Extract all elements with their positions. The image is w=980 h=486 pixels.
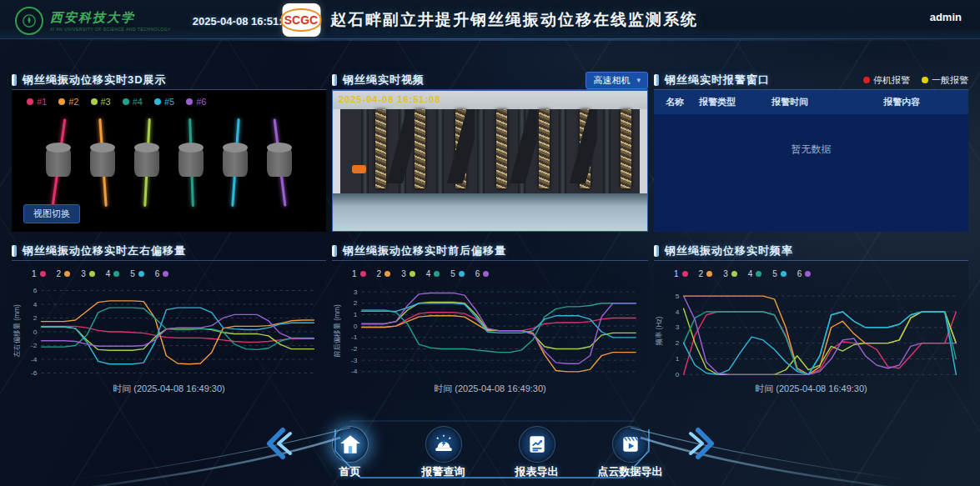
nav-item-alarm-query[interactable]: 报警查询: [408, 426, 480, 479]
legend-dot-icon: [682, 271, 688, 277]
nav-next-button[interactable]: [688, 426, 716, 461]
panel-chart-freq-title: 钢丝绳振动位移实时频率: [665, 243, 793, 258]
wire-rope-graphic: [375, 109, 386, 188]
svg-text:-2: -2: [31, 342, 38, 349]
chart-freq-legend: 123456: [654, 261, 968, 280]
3d-legend: #1#2#3#4#5#6: [12, 90, 326, 107]
svg-text:-2: -2: [351, 345, 358, 353]
header-datetime: 2025-04-08 16:51:08: [193, 15, 294, 28]
guide-rail-graphic: [361, 109, 369, 193]
legend-dot-icon: [89, 271, 95, 277]
alarm-legend: 停机报警一般报警: [863, 74, 968, 87]
video-timestamp-overlay: 2025-04-08 16:51:08: [339, 94, 440, 104]
alarm-table-header: 名称 报警类型 报警时间 报警内容: [654, 90, 968, 114]
legend-label: 1: [674, 269, 679, 278]
rope-3d-item: [42, 118, 75, 210]
guide-cylinder-graphic: [267, 147, 292, 177]
nav-prev-button[interactable]: [264, 426, 293, 461]
nav-item-report-export[interactable]: 报表导出: [501, 426, 573, 479]
guide-cylinder-graphic: [46, 147, 71, 177]
nav-label-alarm-query: 报警查询: [422, 464, 465, 479]
panel-chart-fb-offset: 钢丝绳振动位移实时前后偏移量 123456 3210-1-2-3-4前后偏移量 …: [332, 242, 648, 400]
legend-label: 3: [81, 269, 86, 278]
wire-rope-graphic: [496, 109, 507, 188]
nav-row: 首页 报警查询: [264, 426, 716, 479]
university-logo-icon: [15, 7, 43, 35]
chart-fb-xlabel: 时间 (2025-04-08 16:49:30): [332, 382, 648, 400]
legend-dot-icon: [731, 271, 737, 277]
legend-label: 2: [699, 269, 704, 278]
panel-chart-freq-header: 钢丝绳振动位移实时频率: [654, 242, 968, 261]
svg-text:-4: -4: [351, 368, 358, 376]
panel-3d-header: 钢丝绳振动位移实时3D展示: [12, 71, 326, 90]
video-machinery-band: [333, 109, 647, 193]
legend-label: 2: [57, 269, 62, 278]
scgc-logo-text: SCGC: [281, 8, 321, 32]
wire-rope-graphic: [539, 109, 550, 188]
svg-text:4: 4: [33, 301, 38, 308]
legend-label: #1: [37, 97, 47, 107]
legend-dot-icon: [138, 271, 144, 277]
legend-dot-icon: [40, 271, 46, 277]
legend-label: #2: [68, 97, 78, 107]
svg-text:0: 0: [33, 328, 38, 336]
video-floor-band: [333, 193, 647, 231]
legend-item: 5: [772, 269, 787, 278]
rope-3d-item: [130, 118, 163, 210]
header-left: 西安科技大学 XI'AN UNIVERSITY OF SCIENCE AND T…: [15, 7, 294, 35]
legend-dot-icon: [186, 98, 193, 105]
panel-video-title: 钢丝绳实时视频: [343, 73, 425, 88]
legend-item: #2: [58, 97, 78, 107]
alarm-table: 名称 报警类型 报警时间 报警内容 暂无数据: [654, 90, 968, 232]
legend-item: 3: [723, 269, 737, 278]
header-center: SCGC 赵石畔副立井提升钢丝绳振动位移在线监测系统: [282, 3, 698, 37]
camera-select[interactable]: 高速相机 ▾: [585, 72, 648, 89]
3d-viewport[interactable]: #1#2#3#4#5#6 视图切换: [12, 90, 326, 232]
user-label[interactable]: admin: [930, 11, 962, 23]
guide-rail-graphic: [603, 109, 611, 193]
scgc-logo-icon: SCGC: [282, 3, 320, 37]
legend-dot-icon: [360, 271, 366, 277]
panel-chart-frequency: 钢丝绳振动位移实时频率 123456 543210频率 (Hz) 时间 (202…: [654, 242, 968, 400]
svg-text:3: 3: [676, 324, 680, 332]
nav-item-pointcloud-export[interactable]: 点云数据导出: [595, 426, 666, 479]
legend-dot-icon: [58, 98, 65, 105]
rope-3d-item: [174, 118, 208, 210]
panel-3d-display: 钢丝绳振动位移实时3D展示 #1#2#3#4#5#6 视图切换: [12, 71, 326, 232]
svg-text:3: 3: [354, 288, 358, 296]
page-title: 赵石畔副立井提升钢丝绳振动位移在线监测系统: [330, 9, 698, 31]
legend-item: 3: [81, 269, 95, 278]
legend-item: #1: [27, 97, 47, 107]
orange-sensor-graphic: [352, 165, 366, 173]
legend-label: 5: [772, 269, 777, 278]
alarm-empty-state: 暂无数据: [654, 143, 968, 157]
footer-nav: 首页 报警查询: [0, 401, 980, 486]
view-switch-button[interactable]: 视图切换: [23, 204, 80, 223]
legend-label: 6: [155, 269, 160, 278]
legend-label: 3: [723, 269, 728, 278]
chart-fb-body: 123456 3210-1-2-3-4前后偏移量 (mm) 时间 (2025-0…: [332, 261, 648, 400]
guide-rail-graphic: [477, 109, 485, 193]
nav-item-home[interactable]: 首页: [314, 426, 386, 479]
dashboard: 西安科技大学 XI'AN UNIVERSITY OF SCIENCE AND T…: [0, 0, 980, 486]
svg-text:-6: -6: [31, 369, 38, 377]
legend-item: 1: [352, 269, 366, 278]
svg-text:5: 5: [676, 293, 680, 300]
legend-item: 停机报警: [863, 74, 910, 87]
panel-marker-icon: [12, 245, 17, 257]
svg-text:2: 2: [676, 339, 680, 347]
legend-item: 5: [130, 269, 144, 278]
panel-3d-title: 钢丝绳振动位移实时3D展示: [23, 73, 167, 88]
legend-item: 一般报警: [922, 74, 968, 87]
panel-marker-icon: [654, 74, 659, 86]
legend-dot-icon: [781, 271, 787, 277]
svg-text:4: 4: [676, 308, 680, 316]
alarm-col-content: 报警内容: [883, 96, 968, 108]
panel-marker-icon: [332, 74, 337, 86]
svg-text:1: 1: [354, 311, 358, 318]
legend-label: 3: [401, 269, 406, 278]
video-feed: 2025-04-08 16:51:08: [332, 90, 648, 232]
pointcloud-export-icon: [612, 426, 649, 463]
panel-video: 钢丝绳实时视频 高速相机 ▾ 2025-04-08 16:51:08: [332, 71, 648, 232]
panel-marker-icon: [332, 245, 337, 257]
